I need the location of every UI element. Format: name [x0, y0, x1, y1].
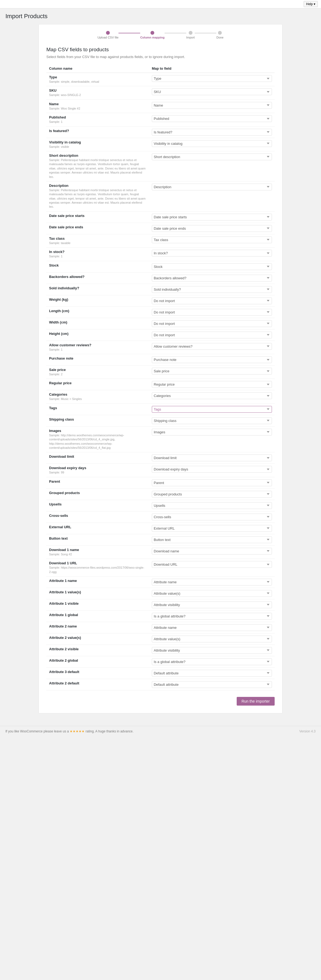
- table-row: Download 1 nameSample: Song #2Do not imp…: [46, 545, 275, 558]
- field-name: Allow customer reviews?: [49, 343, 146, 347]
- step-dot-import: [189, 31, 192, 35]
- map-select[interactable]: Do not importTypeSKUNamePublishedIs feat…: [152, 479, 272, 486]
- map-select[interactable]: Do not importTypeSKUNamePublishedIs feat…: [152, 298, 272, 304]
- map-select[interactable]: Do not importTypeSKUNamePublishedIs feat…: [152, 237, 272, 243]
- table-row: Download expiry daysSample: 99Do not imp…: [46, 464, 275, 477]
- map-select[interactable]: Do not importTypeSKUNamePublishedIs feat…: [152, 525, 272, 532]
- map-select[interactable]: Do not importTypeSKUNamePublishedIs feat…: [152, 275, 272, 282]
- map-select[interactable]: Do not importTypeSKUNamePublishedIs feat…: [152, 613, 272, 620]
- table-row: Length (cm)Do not importTypeSKUNamePubli…: [46, 306, 275, 318]
- table-row: Date sale price startsDo not importTypeS…: [46, 211, 275, 223]
- map-select[interactable]: Do not importTypeSKUNamePublishedIs feat…: [152, 659, 272, 665]
- field-name: Regular price: [49, 381, 146, 385]
- map-select[interactable]: Do not importTypeSKUNamePublishedIs feat…: [152, 681, 272, 688]
- map-select[interactable]: Do not importTypeSKUNamePublishedIs feat…: [152, 102, 272, 109]
- map-select[interactable]: Do not importTypeSKUNamePublishedIs feat…: [152, 368, 272, 374]
- field-name: Attribute 2 global: [49, 659, 146, 662]
- field-name: Upsells: [49, 502, 146, 506]
- table-row: Is featured?Do not importTypeSKUNamePubl…: [46, 126, 275, 138]
- map-select[interactable]: Do not importTypeSKUNamePublishedIs feat…: [152, 636, 272, 643]
- map-select[interactable]: Do not importTypeSKUNamePublishedIs feat…: [152, 153, 272, 160]
- map-select[interactable]: Do not importTypeSKUNamePublishedIs feat…: [152, 75, 272, 82]
- map-select[interactable]: Do not importTypeSKUNamePublishedIs feat…: [152, 263, 272, 270]
- col-header-name: Column name: [46, 64, 149, 73]
- field-name: Purchase note: [49, 356, 146, 360]
- run-importer-button[interactable]: Run the importer: [237, 697, 275, 706]
- map-select[interactable]: Do not importTypeSKUNamePublishedIs feat…: [152, 286, 272, 293]
- table-row: Tax classSample: taxableDo not importTyp…: [46, 234, 275, 247]
- table-row: Attribute 1 visibleDo not importTypeSKUN…: [46, 599, 275, 610]
- map-select[interactable]: Do not importTypeSKUNamePublishedIs feat…: [152, 502, 272, 509]
- field-sample: Sample: simple, downloadable, virtual: [49, 80, 146, 84]
- col-header-map: Map to field: [149, 64, 275, 73]
- card-title: Map CSV fields to products: [46, 47, 275, 52]
- map-select[interactable]: Do not importTypeSKUNamePublishedIs feat…: [152, 309, 272, 316]
- map-select[interactable]: Do not importTypeSKUNamePublishedIs feat…: [152, 225, 272, 232]
- table-row: Grouped productsDo not importTypeSKUName…: [46, 488, 275, 500]
- map-select[interactable]: Do not importTypeSKUNamePublishedIs feat…: [152, 624, 272, 631]
- map-select[interactable]: Do not importTypeSKUNamePublishedIs feat…: [152, 455, 272, 461]
- map-select[interactable]: Do not importTypeSKUNamePublishedIs feat…: [152, 429, 272, 436]
- field-name: Weight (kg): [49, 298, 146, 302]
- field-name: Name: [49, 102, 146, 106]
- map-select[interactable]: Do not importTypeSKUNamePublishedIs feat…: [152, 601, 272, 608]
- table-row: TypeSample: simple, downloadable, virtua…: [46, 73, 275, 86]
- field-name: Attribute 1 visible: [49, 601, 146, 606]
- field-sample: Sample: 99: [49, 471, 146, 474]
- map-select[interactable]: Do not importTypeSKUNamePublishedIs feat…: [152, 406, 272, 413]
- table-row: Attribute 1 value(s)Do not importTypeSKU…: [46, 588, 275, 599]
- map-select[interactable]: Do not importTypeSKUNamePublishedIs feat…: [152, 250, 272, 256]
- map-select[interactable]: Do not importTypeSKUNamePublishedIs feat…: [152, 184, 272, 190]
- map-select[interactable]: Do not importTypeSKUNamePublishedIs feat…: [152, 88, 272, 95]
- map-select[interactable]: Do not importTypeSKUNamePublishedIs feat…: [152, 579, 272, 585]
- field-name: Download 1 name: [49, 548, 146, 552]
- table-row: CategoriesSample: Music > SinglesDo not …: [46, 390, 275, 404]
- field-sample: Sample: 1: [49, 255, 146, 258]
- field-name: Published: [49, 115, 146, 119]
- table-row: Weight (kg)Do not importTypeSKUNamePubli…: [46, 295, 275, 306]
- step-dot-done: [218, 31, 222, 35]
- map-select[interactable]: Do not importTypeSKUNamePublishedIs feat…: [152, 590, 272, 597]
- map-select[interactable]: Do not importTypeSKUNamePublishedIs feat…: [152, 140, 272, 147]
- field-name: Download 1 URL: [49, 561, 146, 565]
- map-select[interactable]: Do not importTypeSKUNamePublishedIs feat…: [152, 514, 272, 520]
- table-row: Allow customer reviews?Sample: 1Do not i…: [46, 340, 275, 354]
- map-select[interactable]: Do not importTypeSKUNamePublishedIs feat…: [152, 343, 272, 350]
- step-label-import: Import: [186, 36, 195, 39]
- map-select[interactable]: Do not importTypeSKUNamePublishedIs feat…: [152, 320, 272, 327]
- map-select[interactable]: Do not importTypeSKUNamePublishedIs feat…: [152, 392, 272, 399]
- map-select[interactable]: Do not importTypeSKUNamePublishedIs feat…: [152, 647, 272, 654]
- step-mapping: Column mapping: [140, 31, 165, 39]
- map-select[interactable]: Do not importTypeSKUNamePublishedIs feat…: [152, 381, 272, 388]
- map-select[interactable]: Do not importTypeSKUNamePublishedIs feat…: [152, 466, 272, 473]
- map-select[interactable]: Do not importTypeSKUNamePublishedIs feat…: [152, 356, 272, 363]
- map-select[interactable]: Do not importTypeSKUNamePublishedIs feat…: [152, 536, 272, 543]
- help-button[interactable]: Help ▾: [304, 1, 318, 7]
- table-row: Attribute 1 nameDo not importTypeSKUName…: [46, 576, 275, 588]
- map-select[interactable]: Do not importTypeSKUNamePublishedIs feat…: [152, 129, 272, 135]
- map-select[interactable]: Do not importTypeSKUNamePublishedIs feat…: [152, 332, 272, 339]
- star-rating: ★★★★★: [70, 729, 84, 733]
- table-row: Attribute 2 nameDo not importTypeSKUName…: [46, 622, 275, 633]
- table-row: ImagesSample: http://demo.woothemes.com/…: [46, 426, 275, 452]
- field-name: Visibility in catalog: [49, 140, 146, 144]
- map-select[interactable]: Do not importTypeSKUNamePublishedIs feat…: [152, 491, 272, 498]
- field-name: Attribute 2 visible: [49, 647, 146, 651]
- step-connector-2: [165, 33, 186, 33]
- map-select[interactable]: Do not importTypeSKUNamePublishedIs feat…: [152, 214, 272, 220]
- main-card: Upload CSV file Column mapping Import Do…: [38, 24, 283, 713]
- step-dot-upload: [106, 31, 110, 35]
- map-select[interactable]: Do not importTypeSKUNamePublishedIs feat…: [152, 670, 272, 676]
- table-row: Attribute 2 globalDo not importTypeSKUNa…: [46, 656, 275, 667]
- table-row: External URLDo not importTypeSKUNamePubl…: [46, 523, 275, 534]
- map-select[interactable]: Do not importTypeSKUNamePublishedIs feat…: [152, 417, 272, 424]
- map-select[interactable]: Do not importTypeSKUNamePublishedIs feat…: [152, 561, 272, 568]
- map-select[interactable]: Do not importTypeSKUNamePublishedIs feat…: [152, 115, 272, 122]
- field-name: External URL: [49, 525, 146, 529]
- map-select[interactable]: Do not importTypeSKUNamePublishedIs feat…: [152, 548, 272, 555]
- table-row: In stock?Sample: 1Do not importTypeSKUNa…: [46, 248, 275, 261]
- field-name: Tags: [49, 406, 146, 410]
- table-row: Attribute 2 visibleDo not importTypeSKUN…: [46, 644, 275, 656]
- field-sample: Sample: taxable: [49, 241, 146, 245]
- footer: If you like WooCommerce please leave us …: [0, 726, 321, 737]
